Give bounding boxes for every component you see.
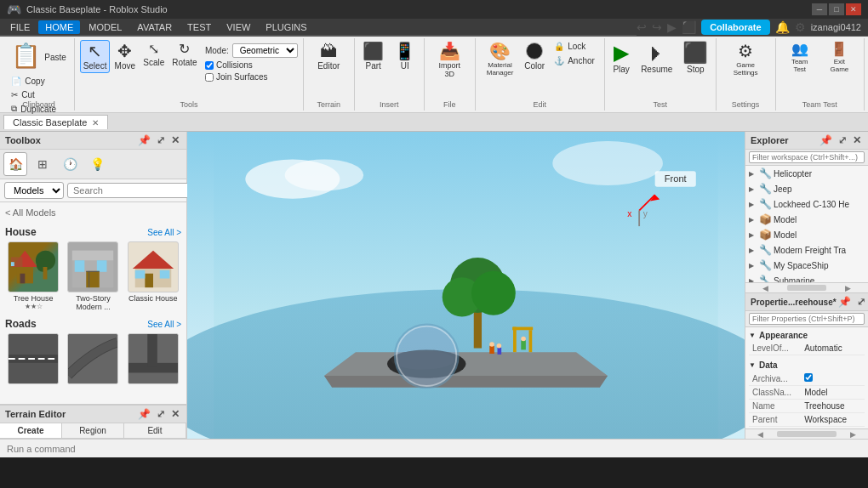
stop-icon-top[interactable]: ⬛: [682, 20, 696, 34]
explorer-pin-icon[interactable]: 📌: [818, 134, 834, 146]
tree-item-lockheed[interactable]: ▶ 🔧 Lockheed C-130 He: [745, 196, 868, 212]
select-button[interactable]: ↖ Select: [80, 40, 110, 73]
toolbox-close-icon[interactable]: ✕: [169, 134, 181, 146]
explorer-scroll-left[interactable]: ◀: [745, 283, 785, 292]
tab-grid[interactable]: ⊞: [31, 152, 54, 176]
table-row[interactable]: Archiva...: [749, 372, 865, 386]
props-scrollbar-thumb[interactable]: [777, 431, 837, 437]
menu-home[interactable]: HOME: [38, 20, 80, 34]
terrain-tab-region[interactable]: Region: [62, 423, 124, 438]
menu-model[interactable]: MODEL: [82, 20, 128, 34]
list-item[interactable]: Two-Story Modern ...: [65, 241, 121, 311]
undo-icon[interactable]: ↩: [637, 20, 647, 34]
menu-avatar[interactable]: AVATAR: [130, 20, 179, 34]
minimize-button[interactable]: ─: [812, 3, 827, 15]
house-see-all[interactable]: See All >: [147, 228, 181, 237]
menu-view[interactable]: VIEW: [220, 20, 257, 34]
menu-plugins[interactable]: PLUGINS: [259, 20, 313, 34]
terrain-tab-edit[interactable]: Edit: [124, 423, 186, 438]
tab-info[interactable]: 💡: [85, 152, 109, 176]
exit-game-button[interactable]: 🚪 Exit Game: [820, 40, 859, 76]
list-item[interactable]: Classic House: [125, 241, 181, 311]
terrain-close-icon[interactable]: ✕: [169, 408, 181, 420]
list-item[interactable]: [65, 333, 121, 384]
join-surfaces-checkbox[interactable]: [205, 73, 214, 82]
close-button[interactable]: ✕: [846, 3, 861, 15]
tree-item-freight[interactable]: ▶ 🔧 Modern Freight Tra: [745, 242, 868, 258]
rotate-button[interactable]: ↻ Rotate: [169, 40, 200, 70]
toolbox-pin-icon[interactable]: 📌: [136, 134, 152, 146]
search-input[interactable]: [67, 183, 197, 198]
data-header[interactable]: ▼ Data: [749, 359, 865, 372]
color-button[interactable]: Color: [521, 40, 548, 73]
svg-rect-26: [147, 334, 157, 367]
properties-pin-icon[interactable]: 📌: [837, 296, 853, 308]
paste-button[interactable]: 📋 Paste: [7, 40, 71, 74]
tree-item-helicopter[interactable]: ▶ 🔧 Helicopter: [745, 166, 868, 181]
lock-button[interactable]: 🔒Lock: [550, 40, 599, 53]
notification-icon[interactable]: 🔔: [775, 20, 790, 34]
svg-rect-19: [160, 270, 170, 279]
explorer-scrollbar-thumb[interactable]: [787, 285, 827, 291]
archivable-checkbox[interactable]: [804, 373, 813, 382]
tree-item-jeep[interactable]: ▶ 🔧 Jeep: [745, 181, 868, 196]
tab-home[interactable]: 🏠: [3, 152, 27, 176]
copy-button[interactable]: 📄Copy: [7, 75, 71, 88]
tab-recent[interactable]: 🕐: [58, 152, 82, 176]
move-button[interactable]: ✥ Move: [111, 40, 139, 73]
play-button[interactable]: ▶ Play: [608, 40, 635, 77]
tree-item-spaceship[interactable]: ▶ 🔧 My SpaceShip: [745, 258, 868, 273]
material-manager-button[interactable]: 🎨 Material Manager: [481, 40, 519, 79]
terrain-float-icon[interactable]: ⤢: [155, 408, 167, 420]
menu-test[interactable]: TEST: [180, 20, 218, 34]
props-scroll-left[interactable]: ◀: [745, 429, 775, 439]
props-scroll-right[interactable]: ▶: [838, 429, 868, 439]
explorer-close-icon[interactable]: ✕: [851, 134, 863, 146]
properties-float-icon[interactable]: ⤢: [855, 296, 867, 308]
game-settings-button[interactable]: ⚙ Game Settings: [722, 40, 769, 79]
part-button[interactable]: ⬛ Part: [358, 40, 388, 73]
roads-see-all[interactable]: See All >: [147, 320, 181, 329]
table-row[interactable]: ClassNa... Model: [749, 386, 865, 400]
command-input[interactable]: [7, 444, 861, 454]
settings-icon-top[interactable]: ⚙: [795, 20, 806, 34]
explorer-scroll-right[interactable]: ▶: [828, 283, 868, 292]
appearance-header[interactable]: ▼ Appearance: [749, 329, 865, 342]
mode-select[interactable]: Geometric: [232, 43, 298, 58]
tree-item-model2[interactable]: ▶ 📦 Model: [745, 227, 868, 242]
close-tab-icon[interactable]: ✕: [92, 118, 99, 128]
collisions-checkbox[interactable]: [205, 61, 214, 70]
team-test-button[interactable]: 👥 Team Test: [781, 40, 819, 76]
table-row[interactable]: Parent Workspace: [749, 413, 865, 427]
maximize-button[interactable]: □: [829, 3, 844, 15]
redo-icon[interactable]: ↪: [652, 20, 662, 34]
explorer-filter-input[interactable]: [749, 151, 865, 163]
editor-button[interactable]: 🏔 Editor: [313, 40, 344, 73]
play-icon-top[interactable]: ▶: [667, 20, 677, 34]
anchor-button[interactable]: ⚓Anchor: [550, 54, 599, 67]
tree-item-model1[interactable]: ▶ 📦 Model: [745, 212, 868, 227]
explorer-header: Explorer 📌 ⤢ ✕: [745, 132, 868, 150]
list-item[interactable]: Tree House ★★☆: [5, 241, 61, 311]
ui-button[interactable]: 📱 UI: [390, 40, 420, 73]
resume-button[interactable]: ⏵ Resume: [637, 40, 677, 77]
models-dropdown[interactable]: Models: [4, 182, 64, 199]
table-row[interactable]: Name Treehouse: [749, 400, 865, 413]
list-item[interactable]: [5, 333, 61, 384]
terrain-pin-icon[interactable]: 📌: [136, 408, 152, 420]
terrain-tab-create[interactable]: Create: [0, 423, 62, 438]
svg-rect-2: [20, 274, 26, 284]
explorer-float-icon[interactable]: ⤢: [837, 134, 848, 146]
tree-item-submarine[interactable]: ▶ 🔧 Submarine: [745, 273, 868, 282]
svg-rect-38: [513, 327, 517, 353]
properties-filter-input[interactable]: [749, 313, 865, 325]
table-row[interactable]: LevelOf... Automatic: [749, 342, 865, 355]
cut-button[interactable]: ✂Cut: [7, 88, 71, 101]
list-item[interactable]: [125, 333, 181, 384]
import3d-button[interactable]: 📥 Import 3D: [430, 40, 470, 81]
toolbox-float-icon[interactable]: ⤢: [155, 134, 167, 146]
stop-button[interactable]: ⬛ Stop: [678, 40, 712, 77]
collaborate-button[interactable]: Collaborate: [701, 20, 770, 35]
scale-button[interactable]: ⤡ Scale: [140, 40, 168, 70]
menu-file[interactable]: FILE: [3, 20, 37, 34]
